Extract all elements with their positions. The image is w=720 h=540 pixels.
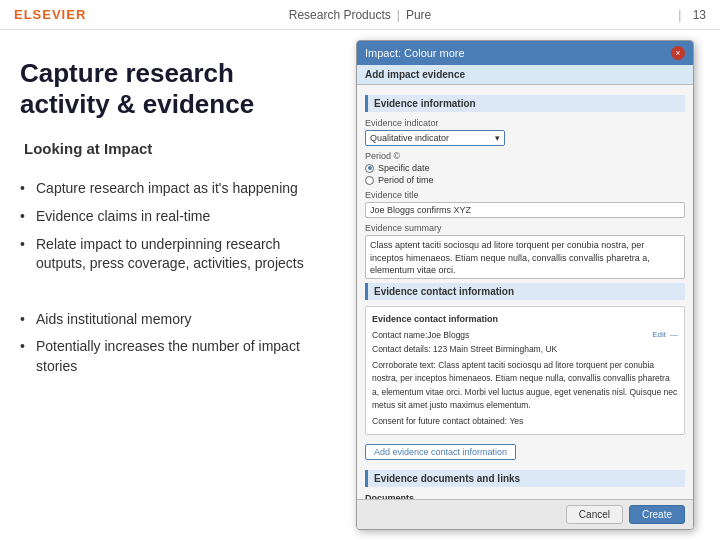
corroborate-label: Corroborate text:: [372, 360, 436, 370]
header-page-number: | 13: [678, 8, 706, 22]
evidence-summary-label: Evidence summary: [365, 223, 685, 233]
add-contact-button[interactable]: Add evidence contact information: [365, 444, 516, 460]
period-label: Period ©: [365, 151, 685, 161]
looking-at-bold: Impact: [104, 140, 152, 157]
radio-specific-date[interactable]: Specific date: [365, 163, 685, 173]
bullet-3: Relate impact to underpinning research o…: [20, 231, 316, 278]
contact-details-value: 123 Main Street Birmingham, UK: [433, 344, 557, 354]
bullet-list-2: Aids institutional memory Potentially in…: [20, 306, 316, 381]
section-contact-info: Evidence contact information: [365, 283, 685, 300]
header-product: Research Products: [289, 8, 391, 22]
dash-link: —: [670, 329, 678, 343]
radio-period-time[interactable]: Period of time: [365, 175, 685, 185]
left-panel: Capture research activity & evidence Loo…: [0, 30, 340, 540]
pipe2: |: [678, 8, 681, 22]
header-nav: Research Products | Pure: [289, 8, 432, 22]
contact-details-label: Contact details:: [372, 344, 431, 354]
radio-circle-specific: [365, 164, 374, 173]
bullet-list-1: Capture research impact as it's happenin…: [20, 175, 316, 277]
header: ELSEVIER Research Products | Pure | 13: [0, 0, 720, 30]
contact-name-value: Joe Bloggs: [427, 329, 469, 343]
bullet-1: Capture research impact as it's happenin…: [20, 175, 316, 203]
page-number: 13: [693, 8, 706, 22]
edit-link[interactable]: Edit: [652, 329, 666, 343]
evidence-indicator-dropdown[interactable]: Qualitative indicator ▾: [365, 130, 505, 146]
bullet-4: Aids institutional memory: [20, 306, 316, 334]
radio-specific-label: Specific date: [378, 163, 430, 173]
contact-info-box: Evidence contact information Contact nam…: [365, 306, 685, 435]
cancel-button[interactable]: Cancel: [566, 505, 623, 524]
dialog-subtitle: Add impact evidence: [357, 65, 693, 85]
section-evidence-info: Evidence information: [365, 95, 685, 112]
slide-title: Capture research activity & evidence: [20, 58, 316, 120]
contact-details-row: Contact details: 123 Main Street Birming…: [372, 343, 678, 357]
header-item: Pure: [406, 8, 431, 22]
dialog-footer: Cancel Create: [357, 499, 693, 529]
dropdown-arrow-icon: ▾: [495, 133, 500, 143]
contact-name-label: Contact name:: [372, 329, 427, 343]
radio-period-label: Period of time: [378, 175, 434, 185]
main-content: Capture research activity & evidence Loo…: [0, 30, 720, 540]
elsevier-logo: ELSEVIER: [14, 7, 86, 22]
corroborate-row: Corroborate text: Class aptent taciti so…: [372, 359, 678, 413]
looking-at-text: Looking at: [24, 140, 104, 157]
evidence-title-field[interactable]: Joe Bloggs confirms XYZ: [365, 202, 685, 218]
header-pipe1: |: [397, 8, 400, 22]
create-button[interactable]: Create: [629, 505, 685, 524]
dialog-close-button[interactable]: ×: [671, 46, 685, 60]
evidence-indicator-value: Qualitative indicator: [370, 133, 449, 143]
radio-circle-period: [365, 176, 374, 185]
consent-value: Yes: [509, 416, 523, 426]
bullet-5: Potentially increases the number of impa…: [20, 333, 316, 380]
looking-at-label: Looking at Impact: [20, 140, 316, 157]
evidence-summary-field[interactable]: Class aptent taciti sociosqu ad litore t…: [365, 235, 685, 279]
add-impact-dialog: Impact: Colour more × Add impact evidenc…: [356, 40, 694, 530]
dialog-titlebar: Impact: Colour more ×: [357, 41, 693, 65]
contact-name-row: Contact name: Joe Bloggs Edit —: [372, 329, 678, 343]
contact-info-heading: Evidence contact information: [372, 312, 678, 326]
dialog-title: Impact: Colour more: [365, 47, 465, 59]
bullet-2: Evidence claims in real-time: [20, 203, 316, 231]
consent-row: Consent for future contact obtained: Yes: [372, 415, 678, 429]
section-documents: Evidence documents and links: [365, 470, 685, 487]
period-radio-group: Specific date Period of time: [365, 163, 685, 185]
evidence-title-label: Evidence title: [365, 190, 685, 200]
right-panel: Impact: Colour more × Add impact evidenc…: [340, 30, 720, 540]
evidence-indicator-label: Evidence indicator: [365, 118, 685, 128]
consent-label: Consent for future contact obtained:: [372, 416, 507, 426]
dialog-content[interactable]: Evidence information Evidence indicator …: [357, 85, 693, 513]
